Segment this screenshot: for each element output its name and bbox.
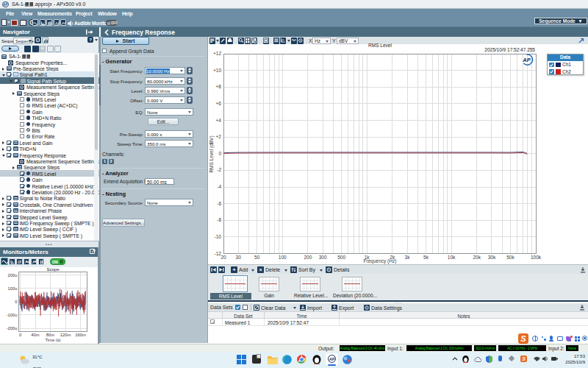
svg-text:-8: -8 [217,217,221,222]
svg-text:10k: 10k [448,255,456,260]
svg-text:100u: 100u [8,286,18,291]
svg-text:-4: -4 [217,184,221,189]
svg-text:30k: 30k [488,255,496,260]
svg-text:200u: 200u [8,273,18,277]
svg-text:100k: 100k [531,255,542,260]
svg-text:Time (s): Time (s) [45,338,60,342]
svg-text:Scope: Scope [46,267,60,272]
svg-text:20: 20 [220,255,226,260]
svg-text:30: 30 [236,255,242,260]
svg-text:-100u: -100u [7,313,18,317]
svg-text:40m: 40m [31,333,39,337]
svg-text:200: 200 [304,255,312,260]
svg-text:AA: AA [55,21,60,26]
svg-text:+12: +12 [213,51,221,56]
svg-text:20k: 20k [473,255,481,260]
svg-text:0: 0 [15,300,17,304]
svg-text:AP: AP [522,57,531,63]
svg-text:300: 300 [319,255,327,260]
svg-text:160m: 160m [75,333,86,337]
svg-text:+8: +8 [216,84,222,89]
svg-text:0: 0 [218,151,221,156]
svg-text:2025/10/9 17:52:47.255: 2025/10/9 17:52:47.255 [484,47,535,52]
svg-text:-10: -10 [215,234,222,239]
svg-text:-200u: -200u [7,326,18,330]
svg-text:80m: 80m [46,333,54,337]
svg-text:100: 100 [279,255,287,260]
svg-text:5k: 5k [423,255,429,260]
svg-text:-6: -6 [217,201,221,206]
svg-text:+6: +6 [216,101,222,106]
svg-text:50k: 50k [506,255,514,260]
svg-text:3k: 3k [405,255,411,260]
svg-text:50: 50 [254,255,260,260]
svg-text:+4: +4 [216,118,222,123]
svg-text:120m: 120m [60,333,71,337]
svg-text:Frequency (Hz): Frequency (Hz) [364,258,397,264]
svg-text:RMS Level: RMS Level [368,43,392,48]
svg-text:500: 500 [337,255,345,260]
svg-text:+2: +2 [216,134,222,139]
svg-text:0: 0 [19,333,21,337]
svg-text:+10: +10 [213,68,221,73]
svg-text:-2: -2 [217,167,221,172]
